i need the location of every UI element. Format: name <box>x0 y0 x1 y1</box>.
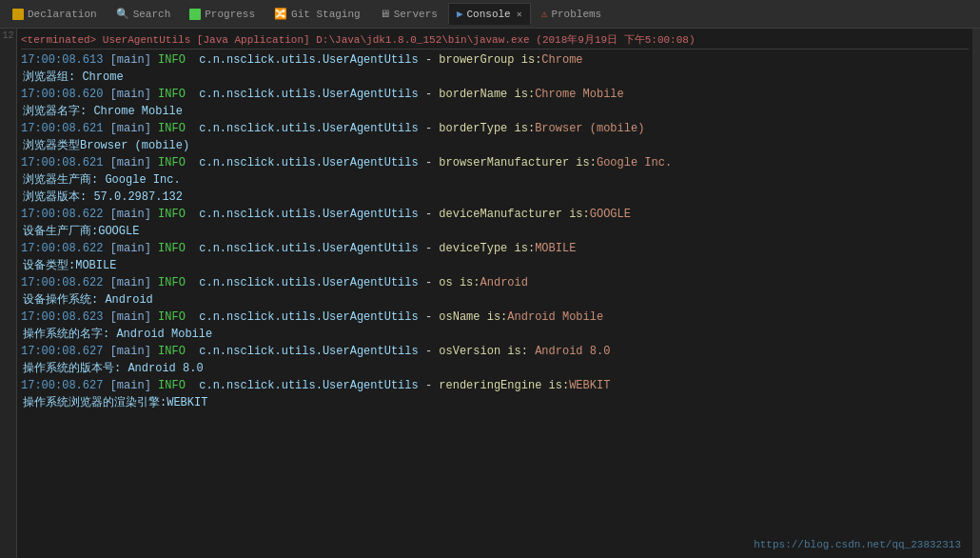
chinese-line-6: 设备操作系统: Android <box>21 291 969 309</box>
log-line-6: 17:00:08.622 [main] INFO c.n.nsclick.uti… <box>21 274 969 291</box>
chinese-line-3b: 浏览器版本: 57.0.2987.132 <box>21 189 969 206</box>
terminated-text: <terminated> UserAgentUtils [Java Applic… <box>21 34 696 46</box>
search-icon: 🔍 <box>116 8 129 20</box>
chinese-line-8: 操作系统的版本号: Android 8.0 <box>21 360 969 377</box>
tab-servers[interactable]: 🖥 Servers <box>371 3 446 25</box>
log-line-3: 17:00:08.621 [main] INFO c.n.nsclick.uti… <box>21 154 969 171</box>
log-line-1: 17:00:08.620 [main] INFO c.n.nsclick.uti… <box>21 86 969 103</box>
log-line-9: 17:00:08.627 [main] INFO c.n.nsclick.uti… <box>21 377 969 394</box>
tab-servers-label: Servers <box>394 9 438 20</box>
chinese-line-0: 浏览器组: Chrome <box>21 69 969 86</box>
log-entry-5: 17:00:08.622 [main] INFO c.n.nsclick.uti… <box>21 240 969 274</box>
tab-bar: Declaration 🔍 Search Progress 🔀 Git Stag… <box>0 0 980 29</box>
tab-search[interactable]: 🔍 Search <box>108 3 180 25</box>
line-gutter: 12 <box>0 29 17 558</box>
log-entry-9: 17:00:08.627 [main] INFO c.n.nsclick.uti… <box>21 377 969 411</box>
tab-git-staging[interactable]: 🔀 Git Staging <box>265 3 369 25</box>
log-entry-7: 17:00:08.623 [main] INFO c.n.nsclick.uti… <box>21 309 969 343</box>
tab-console[interactable]: ▶ Console ✕ <box>448 3 531 25</box>
ide-window: Declaration 🔍 Search Progress 🔀 Git Stag… <box>0 0 980 558</box>
log-line-8: 17:00:08.627 [main] INFO c.n.nsclick.uti… <box>21 343 969 360</box>
log-entry-3: 17:00:08.621 [main] INFO c.n.nsclick.uti… <box>21 154 969 206</box>
declaration-icon <box>12 9 24 20</box>
log-entry-2: 17:00:08.621 [main] INFO c.n.nsclick.uti… <box>21 120 969 154</box>
chinese-line-9: 操作系统浏览器的渲染引擎:WEBKIT <box>21 394 969 411</box>
log-line-5: 17:00:08.622 [main] INFO c.n.nsclick.uti… <box>21 240 969 257</box>
tab-search-label: Search <box>133 9 171 20</box>
console-icon: ▶ <box>457 8 463 20</box>
log-line-0: 17:00:08.613 [main] INFO c.n.nsclick.uti… <box>21 51 969 69</box>
terminated-line: <terminated> UserAgentUtils [Java Applic… <box>21 30 969 50</box>
log-line-4: 17:00:08.622 [main] INFO c.n.nsclick.uti… <box>21 206 969 223</box>
log-entry-6: 17:00:08.622 [main] INFO c.n.nsclick.uti… <box>21 274 969 309</box>
main-area: 12 <terminated> UserAgentUtils [Java App… <box>0 29 980 558</box>
tab-problems[interactable]: ⚠ Problems <box>533 3 610 25</box>
tab-console-close[interactable]: ✕ <box>517 9 522 20</box>
log-line-2: 17:00:08.621 [main] INFO c.n.nsclick.uti… <box>21 120 969 137</box>
tab-declaration[interactable]: Declaration <box>4 4 106 25</box>
chinese-line-3: 浏览器生产商: Google Inc. <box>21 171 969 189</box>
tab-problems-label: Problems <box>551 9 601 20</box>
log-entry-0: 17:00:08.613 [main] INFO c.n.nsclick.uti… <box>21 51 969 86</box>
progress-icon <box>189 9 201 20</box>
tab-progress[interactable]: Progress <box>181 4 264 25</box>
console-output[interactable]: <terminated> UserAgentUtils [Java Applic… <box>17 29 972 558</box>
tab-git-label: Git Staging <box>291 9 361 20</box>
log-line-7: 17:00:08.623 [main] INFO c.n.nsclick.uti… <box>21 309 969 326</box>
chinese-line-5: 设备类型:MOBILE <box>21 257 969 274</box>
servers-icon: 🖥 <box>380 8 390 20</box>
log-entry-1: 17:00:08.620 [main] INFO c.n.nsclick.uti… <box>21 86 969 120</box>
chinese-line-4: 设备生产厂商:GOOGLE <box>21 223 969 240</box>
chinese-line-1: 浏览器名字: Chrome Mobile <box>21 103 969 120</box>
log-entry-8: 17:00:08.627 [main] INFO c.n.nsclick.uti… <box>21 343 969 377</box>
problems-icon: ⚠ <box>541 8 548 20</box>
git-icon: 🔀 <box>274 8 287 20</box>
tab-console-label: Console <box>467 9 511 20</box>
watermark: https://blog.csdn.net/qq_23832313 <box>754 539 961 550</box>
chinese-line-7: 操作系统的名字: Android Mobile <box>21 326 969 343</box>
scrollbar[interactable] <box>972 29 980 558</box>
tab-declaration-label: Declaration <box>28 9 97 20</box>
line-number: 12 <box>2 30 13 41</box>
tab-progress-label: Progress <box>205 9 255 20</box>
log-entry-4: 17:00:08.622 [main] INFO c.n.nsclick.uti… <box>21 206 969 240</box>
chinese-line-2: 浏览器类型Browser (mobile) <box>21 137 969 154</box>
